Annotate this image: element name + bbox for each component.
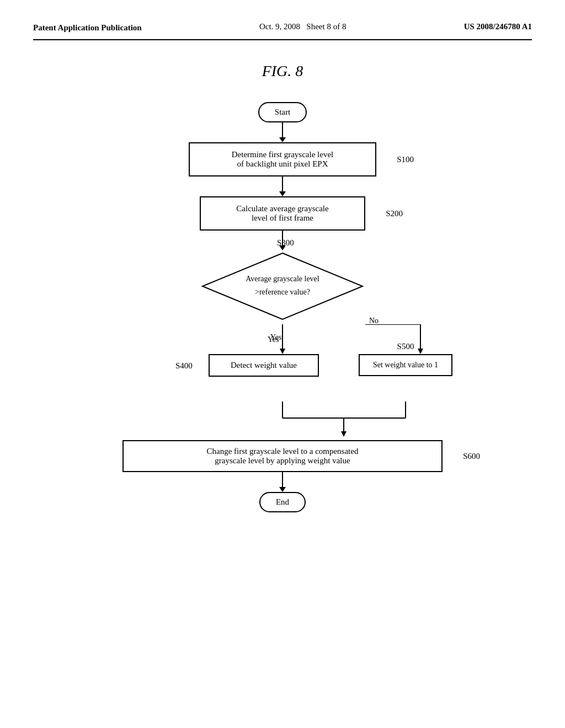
start-node: Start — [258, 102, 307, 122]
page: Patent Application Publication Oct. 9, 2… — [0, 0, 565, 728]
svg-marker-0 — [202, 253, 363, 319]
header: Patent Application Publication Oct. 9, 2… — [33, 22, 532, 40]
s100-box: Determine first grayscale level of backl… — [189, 142, 376, 176]
figure-title: FIG. 8 — [33, 62, 532, 80]
s600-wrapper: Change first grayscale level to a compen… — [122, 440, 443, 472]
s100-label: S100 — [397, 155, 414, 164]
s600-label: S600 — [463, 452, 480, 461]
s600-line2: grayscale level by applying weight value — [135, 456, 430, 465]
svg-text:>reference value?: >reference value? — [255, 288, 310, 296]
s200-wrapper: Calculate average grayscale level of fir… — [200, 196, 365, 231]
s300-label: S300 — [277, 238, 294, 248]
yes-text: Yes — [270, 333, 281, 342]
s100-wrapper: Determine first grayscale level of backl… — [189, 142, 376, 176]
sheet-label: Sheet 8 of 8 — [306, 22, 346, 31]
s600-box: Change first grayscale level to a compen… — [122, 440, 443, 472]
s400-box: Detect weight value — [209, 354, 319, 377]
header-center: Oct. 9, 2008 Sheet 8 of 8 — [259, 22, 347, 31]
s400-text: Detect weight value — [231, 361, 297, 370]
s200-line1: Calculate average grayscale — [217, 204, 348, 213]
s300-diamond-svg: Average grayscale level >reference value… — [200, 250, 365, 322]
s400-wrapper: Detect weight value S400 — [209, 354, 319, 377]
patent-number: US 2008/246780 A1 — [464, 22, 532, 31]
s300-diamond-wrapper: S300 Average grayscale level >reference … — [200, 250, 365, 324]
svg-text:Average grayscale level: Average grayscale level — [246, 275, 319, 283]
arrow-s600-to-end — [279, 472, 286, 492]
merge-section — [100, 402, 465, 440]
end-node: End — [259, 492, 306, 512]
flowchart: Start Determine first grayscale level of… — [33, 102, 532, 512]
s500-box: Set weight value to 1 — [359, 354, 452, 376]
date-label: Oct. 9, 2008 — [259, 22, 300, 31]
svg-marker-14 — [341, 431, 347, 437]
s200-label: S200 — [386, 209, 403, 218]
s100-line1: Determine first grayscale level — [203, 150, 362, 159]
publication-label: Patent Application Publication — [33, 23, 142, 32]
merge-connectors-svg — [100, 402, 465, 440]
s100-line2: of backlight unit pixel EPX — [203, 159, 362, 169]
s500-label: S500 — [397, 342, 414, 351]
arrow-start-to-s100 — [279, 122, 286, 142]
s200-line2: level of first frame — [217, 213, 348, 223]
header-right: US 2008/246780 A1 — [464, 22, 532, 31]
s400-label: S400 — [175, 361, 193, 370]
arrow-s100-to-s200 — [279, 176, 286, 196]
s500-text: Set weight value to 1 — [373, 361, 438, 369]
header-left: Patent Application Publication — [33, 22, 142, 34]
s500-wrapper: Set weight value to 1 S500 — [359, 354, 452, 376]
s600-line1: Change first grayscale level to a compen… — [135, 447, 430, 456]
no-text: No — [369, 317, 379, 325]
s200-box: Calculate average grayscale level of fir… — [200, 196, 365, 231]
svg-marker-4 — [280, 349, 285, 354]
svg-marker-7 — [418, 349, 423, 354]
branch-section: Yes No Detect weight value S400 Set weig… — [100, 324, 465, 402]
